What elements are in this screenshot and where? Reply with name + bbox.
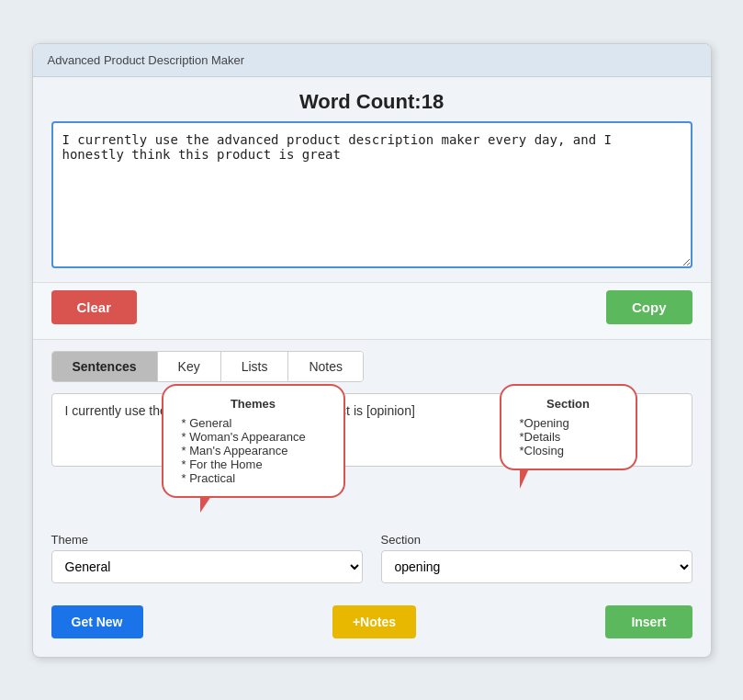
section-select[interactable]: opening details closing (381, 550, 692, 583)
word-count-display: Word Count:18 (299, 90, 444, 113)
buttons-section: Clear Copy (33, 282, 711, 340)
theme-item-2: * Woman's Appearance (182, 430, 325, 444)
tab-lists[interactable]: Lists (221, 352, 289, 381)
textarea-section: I currently use the advanced product des… (33, 121, 711, 282)
copy-button[interactable]: Copy (606, 290, 692, 324)
app-container: Advanced Product Description Maker Word … (32, 43, 712, 658)
word-count-section: Word Count:18 (33, 77, 711, 121)
app-header: Advanced Product Description Maker (33, 44, 711, 77)
theme-dropdown-group: Theme General Woman's Appearance Man's A… (51, 533, 363, 583)
tab-sentences[interactable]: Sentences (52, 352, 158, 381)
tabs-section: Sentences Key Lists Notes I currently us… (33, 351, 711, 533)
tabs-row: Sentences Key Lists Notes (51, 351, 365, 382)
clear-button[interactable]: Clear (51, 290, 138, 324)
main-textarea[interactable]: I currently use the advanced product des… (51, 121, 692, 268)
section-dropdown-group: Section opening details closing (381, 533, 692, 583)
theme-item-5: * Practical (182, 471, 325, 485)
section-label: Section (381, 533, 692, 547)
callout-section: Section *Opening *Details *Closing (500, 384, 637, 470)
theme-item-3: * Man's Appearance (182, 444, 325, 457)
theme-item-4: * For the Home (182, 457, 325, 471)
tab-notes[interactable]: Notes (288, 352, 363, 381)
bottom-buttons: Get New +Notes Insert (33, 598, 711, 638)
theme-select[interactable]: General Woman's Appearance Man's Appeara… (51, 550, 363, 583)
theme-label: Theme (51, 533, 363, 547)
notes-button[interactable]: +Notes (332, 605, 416, 638)
theme-item-1: * General (182, 416, 325, 430)
section-item-1: *Opening (520, 416, 617, 430)
callout-section-title: Section (520, 397, 617, 411)
get-new-button[interactable]: Get New (51, 605, 143, 638)
insert-button[interactable]: Insert (605, 605, 692, 638)
callout-themes-title: Themes (182, 397, 325, 411)
section-item-3: *Closing (520, 444, 617, 457)
dropdowns-section: Theme General Woman's Appearance Man's A… (33, 533, 711, 598)
tab-key[interactable]: Key (158, 352, 221, 381)
app-title: Advanced Product Description Maker (48, 53, 245, 67)
section-item-2: *Details (520, 430, 617, 444)
callout-themes: Themes * General * Woman's Appearance * … (162, 384, 345, 498)
output-area: I currently use the [opinion] ... lly th… (51, 393, 692, 513)
